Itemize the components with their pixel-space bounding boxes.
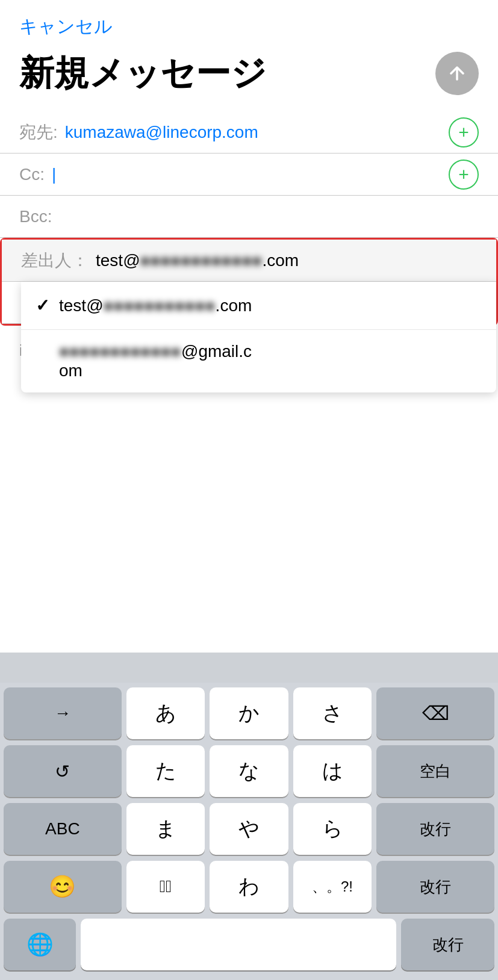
dropdown-item1-suffix: .com (216, 296, 252, 315)
keyboard: → あ か さ ⌫ ↺ た な は 空白 ABC ま や ら 改行 😊 ︎ﾞﾟ … (0, 653, 498, 980)
key-ka[interactable]: か (210, 687, 288, 739)
key-ha[interactable]: は (293, 745, 372, 797)
cc-label: Cc: (19, 165, 45, 184)
key-ma[interactable]: ま (126, 803, 205, 855)
key-spacebar[interactable] (81, 919, 396, 970)
key-globe[interactable]: 🌐 (4, 919, 76, 970)
key-wa[interactable]: わ (210, 861, 288, 913)
key-sa[interactable]: さ (293, 687, 372, 739)
cc-input[interactable] (52, 165, 449, 184)
key-emoji[interactable]: 😊 (4, 861, 122, 913)
dropdown-item-1[interactable]: ✓ test@●●●●●●●●●●●.com (21, 282, 496, 330)
keyboard-row-4: 😊 ︎ﾞﾟ わ 、。?! 改行 (4, 861, 494, 913)
keyboard-bottom-row: 🌐 改行 (4, 919, 494, 970)
to-label: 宛先: (19, 121, 58, 144)
dropdown-item2-blurred: ●●●●●●●●●●●● (59, 342, 181, 361)
send-button[interactable] (435, 52, 479, 95)
from-value-blurred: ●●●●●●●●●●●● (140, 251, 263, 270)
key-return-4[interactable]: 改行 (376, 861, 494, 913)
key-return-3[interactable]: 改行 (376, 803, 494, 855)
dropdown-item1-blurred: ●●●●●●●●●●● (104, 296, 216, 315)
dropdown-item-2[interactable]: ✓ ●●●●●●●●●●●●@gmail.com (21, 330, 496, 392)
send-icon (446, 63, 468, 84)
bcc-label: Bcc: (19, 207, 52, 226)
bcc-field-row: Bcc: (0, 196, 498, 238)
to-value[interactable]: kumazawa@linecorp.com (65, 123, 449, 142)
cancel-button[interactable]: キャンセル (19, 14, 113, 39)
to-add-button[interactable]: + (449, 117, 479, 147)
from-dropdown-menu: ✓ test@●●●●●●●●●●●.com ✓ ●●●●●●●●●●●●@gm… (21, 282, 496, 392)
keyboard-row-1: → あ か さ ⌫ (4, 687, 494, 739)
from-value-prefix: test@ (96, 251, 140, 270)
from-label: 差出人： (21, 249, 89, 272)
keyboard-row-2: ↺ た な は 空白 (4, 745, 494, 797)
key-backspace[interactable]: ⌫ (376, 687, 494, 739)
from-field-row: 差出人： test@●●●●●●●●●●●●.com (2, 240, 496, 282)
key-space[interactable]: 空白 (376, 745, 494, 797)
key-undo[interactable]: ↺ (4, 745, 122, 797)
from-dropdown-container: 差出人： test@●●●●●●●●●●●●.com 件名： ✓ test@●●… (0, 238, 498, 326)
cc-add-button[interactable]: + (449, 160, 479, 190)
key-a[interactable]: あ (126, 687, 205, 739)
page-title: 新規メッセージ (19, 50, 266, 97)
checkmark-icon: ✓ (36, 296, 49, 315)
key-dakuten[interactable]: ︎ﾞﾟ (126, 861, 205, 913)
key-ra[interactable]: ら (293, 803, 372, 855)
keyboard-row-3: ABC ま や ら 改行 (4, 803, 494, 855)
key-na[interactable]: な (210, 745, 288, 797)
dropdown-item-2-text: ●●●●●●●●●●●●@gmail.com (59, 342, 252, 380)
dropdown-item-1-text: test@●●●●●●●●●●●.com (59, 296, 252, 315)
from-value-suffix: .com (263, 251, 299, 270)
from-value: test@●●●●●●●●●●●●.com (96, 251, 299, 270)
key-ta[interactable]: た (126, 745, 205, 797)
key-ya[interactable]: や (210, 803, 288, 855)
dropdown-item1-prefix: test@ (59, 296, 104, 315)
key-newline[interactable]: 改行 (401, 919, 494, 970)
keyboard-rows: → あ か さ ⌫ ↺ た な は 空白 ABC ま や ら 改行 😊 ︎ﾞﾟ … (0, 683, 498, 980)
cc-field-row: Cc: + (0, 154, 498, 196)
to-field-row: 宛先: kumazawa@linecorp.com + (0, 111, 498, 154)
key-arrow[interactable]: → (4, 687, 122, 739)
key-punct[interactable]: 、。?! (293, 861, 372, 913)
key-abc[interactable]: ABC (4, 803, 122, 855)
keyboard-top-bar (0, 653, 498, 683)
subject-field-row: 件名： ✓ test@●●●●●●●●●●●.com ✓ ●●●●●●●●●●●… (2, 282, 496, 324)
